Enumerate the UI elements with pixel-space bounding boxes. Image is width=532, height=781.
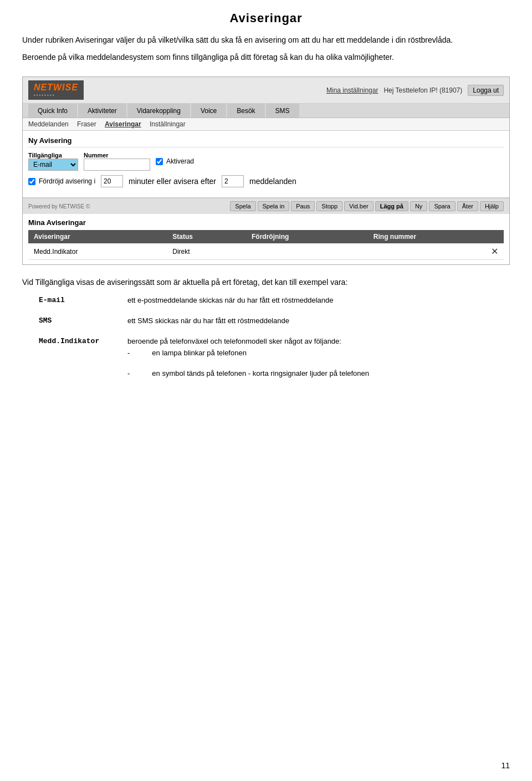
delete-row-button[interactable]: ✕ xyxy=(491,246,498,257)
app-container: NETWISE ▪▪▪▪▪▪▪▪ Mina inställningar Hej … xyxy=(22,76,510,265)
nav-tabs: Quick Info Aktiviteter Vidarekoppling Vo… xyxy=(23,104,509,118)
bullet-list: E-mail ett e-postmeddelande skickas när … xyxy=(39,295,510,388)
logga-ut-button[interactable]: Logga ut xyxy=(468,85,504,96)
list-item-medd-indikator: Medd.Indikator beroende på telefonväxel … xyxy=(39,336,510,388)
tab-besok[interactable]: Besök xyxy=(227,104,264,118)
sub-nav-meddelanden[interactable]: Meddelanden xyxy=(28,120,69,128)
logo-sub: ▪▪▪▪▪▪▪▪ xyxy=(34,93,78,98)
form-row-main: Tillgängliga E-mail SMS Medd.Indikator N… xyxy=(28,152,504,171)
list-item-email: E-mail ett e-postmeddelande skickas när … xyxy=(39,295,510,307)
sub-bullet-2: en symbol tänds på telefonen - korta rin… xyxy=(127,368,510,380)
page-number: 11 xyxy=(501,761,510,770)
aktiverad-label: Aktiverad xyxy=(166,157,194,165)
top-right: Mina inställningar Hej Testtelefon IP! (… xyxy=(326,85,504,96)
term-medd-indikator: Medd.Indikator xyxy=(39,336,105,388)
meddelanden-label: meddelanden xyxy=(249,177,296,186)
col-header-ring-nummer: Ring nummer xyxy=(368,230,504,243)
btn-spela[interactable]: Spela xyxy=(230,201,255,211)
page-title: Aviseringar xyxy=(22,11,510,25)
sub-nav-aviseringar[interactable]: Aviseringar xyxy=(105,120,141,128)
cell-avisering: Medd.Indikator xyxy=(28,243,167,260)
sub-nav-installningar[interactable]: Inställningar xyxy=(150,120,186,128)
minuter-label: minuter eller avisera efter xyxy=(129,177,216,186)
col-header-aviseringar: Aviseringar xyxy=(28,230,167,243)
sub-nav-fraser[interactable]: Fraser xyxy=(77,120,96,128)
desc-sms: ett SMS skickas när du har fått ett röst… xyxy=(127,315,510,327)
logo-box: NETWISE ▪▪▪▪▪▪▪▪ xyxy=(28,80,84,100)
form-row-fordrojd: Fördröjd avisering i minuter eller avise… xyxy=(28,175,504,187)
tab-vidarekoppling[interactable]: Vidarekoppling xyxy=(127,104,190,118)
hej-text: Hej Testtelefon IP! (81907) xyxy=(383,86,462,94)
label-tillgangliga: Tillgängliga xyxy=(28,152,78,159)
term-email: E-mail xyxy=(39,295,105,307)
tab-aktiviteter[interactable]: Aktiviteter xyxy=(78,104,126,118)
toolbar-buttons: Spela Spela in Paus Stopp Vid.ber Lägg p… xyxy=(230,201,504,211)
logo-text: NETWISE xyxy=(34,83,78,93)
cell-status: Direkt xyxy=(167,243,246,260)
nummer-input[interactable] xyxy=(84,159,150,171)
toolbar: Powered by NETWISE © Spela Spela in Paus… xyxy=(23,198,509,214)
btn-paus[interactable]: Paus xyxy=(291,201,315,211)
btn-vid-ber[interactable]: Vid.ber xyxy=(344,201,374,211)
powered-by: Powered by NETWISE © xyxy=(28,203,90,210)
aktiverad-row: Aktiverad xyxy=(156,157,194,165)
form-section-title: Ny Avisering xyxy=(28,136,504,147)
intro-para-1: Under rubriken Aviseringar väljer du på … xyxy=(22,34,510,46)
cell-ring-nummer: ✕ xyxy=(368,243,504,260)
tab-quick-info[interactable]: Quick Info xyxy=(28,104,77,118)
desc-email: ett e-postmeddelande skickas när du har … xyxy=(127,295,510,307)
btn-spela-in[interactable]: Spela in xyxy=(258,201,290,211)
table-section: Mina Aviseringar Aviseringar Status Förd… xyxy=(23,214,509,264)
meddelanden-value-input[interactable] xyxy=(222,175,244,187)
fordrojd-value-input[interactable] xyxy=(101,175,123,187)
btn-spara[interactable]: Spara xyxy=(429,201,455,211)
content-para1: Vid Tillgängliga visas de aviseringssätt… xyxy=(22,276,510,288)
aktiverad-checkbox[interactable] xyxy=(156,158,163,165)
intro-para-2: Beroende på vilka meddelandesystem som f… xyxy=(22,52,510,63)
col-header-fordrojning: Fördröjning xyxy=(246,230,368,243)
btn-ater[interactable]: Åter xyxy=(457,201,478,211)
btn-ny[interactable]: Ny xyxy=(410,201,427,211)
top-bar: NETWISE ▪▪▪▪▪▪▪▪ Mina inställningar Hej … xyxy=(23,77,509,104)
table-row: Medd.Indikator Direkt ✕ xyxy=(28,243,504,260)
fordrojd-checkbox[interactable] xyxy=(28,178,35,185)
list-item-sms: SMS ett SMS skickas när du har fått ett … xyxy=(39,315,510,327)
desc-medd-indikator: beroende på telefonväxel och telefonmode… xyxy=(127,336,510,388)
col-header-status: Status xyxy=(167,230,246,243)
sub-bullet-1: en lampa blinkar på telefonen xyxy=(127,348,510,359)
aviseringar-table: Aviseringar Status Fördröjning Ring numm… xyxy=(28,230,504,260)
mina-installningar-link[interactable]: Mina inställningar xyxy=(326,86,378,94)
btn-stopp[interactable]: Stopp xyxy=(316,201,342,211)
form-area: Ny Avisering Tillgängliga E-mail SMS Med… xyxy=(23,131,509,198)
btn-hjalp[interactable]: Hjälp xyxy=(480,201,504,211)
cell-fordrojning xyxy=(246,243,368,260)
sub-nav: Meddelanden Fraser Aviseringar Inställni… xyxy=(23,118,509,131)
term-sms: SMS xyxy=(39,315,105,327)
btn-lagg-pa[interactable]: Lägg på xyxy=(375,201,408,211)
tillgangliga-select[interactable]: E-mail SMS Medd.Indikator xyxy=(28,159,78,171)
fordrojd-label: Fördröjd avisering i xyxy=(39,177,95,185)
tab-sms[interactable]: SMS xyxy=(266,104,299,118)
content-section: Vid Tillgängliga visas de aviseringssätt… xyxy=(22,276,510,388)
table-title: Mina Aviseringar xyxy=(28,218,504,227)
label-nummer: Nummer xyxy=(84,152,150,159)
tab-voice[interactable]: Voice xyxy=(191,104,226,118)
